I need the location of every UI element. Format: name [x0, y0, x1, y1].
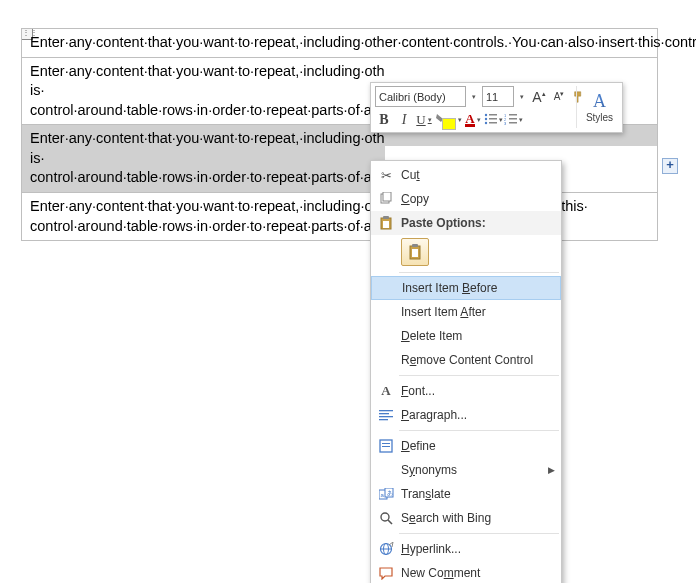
svg-point-4	[485, 122, 487, 124]
paragraph-text: Enter·any·content·that·you·want·to·repea…	[30, 198, 402, 214]
menu-translate[interactable]: aあ Translate	[371, 482, 561, 506]
font-name-select[interactable]: Calibri (Body)	[375, 86, 466, 107]
svg-rect-1	[489, 114, 497, 116]
paste-keep-formatting-button[interactable]	[401, 238, 429, 266]
hyperlink-icon	[375, 539, 397, 559]
define-icon	[375, 436, 397, 456]
chevron-right-icon: ▶	[548, 465, 555, 475]
font-size-value: 11	[486, 91, 498, 103]
menu-remove-content-control[interactable]: Remove Content Control	[371, 348, 561, 372]
add-item-button[interactable]: +	[662, 158, 678, 174]
chevron-down-icon[interactable]: ▾	[468, 93, 480, 101]
paragraph-text: Enter·any·content·that·you·want·to·repea…	[30, 34, 696, 50]
svg-rect-7	[509, 114, 517, 116]
menu-search-bing[interactable]: Search with Bing	[371, 506, 561, 530]
styles-label: Styles	[586, 112, 613, 123]
svg-rect-23	[379, 419, 388, 420]
svg-rect-19	[412, 249, 418, 257]
svg-line-32	[388, 520, 392, 524]
styles-button[interactable]: A Styles	[576, 86, 618, 128]
svg-rect-16	[383, 221, 389, 228]
copy-icon	[375, 189, 397, 209]
svg-rect-20	[379, 410, 393, 411]
svg-point-2	[485, 118, 487, 120]
svg-rect-25	[382, 443, 390, 444]
svg-rect-18	[412, 244, 418, 247]
paste-options-row	[371, 235, 561, 269]
shrink-font-button[interactable]: A▾	[550, 87, 568, 107]
italic-button[interactable]: I	[395, 110, 413, 130]
cut-icon: ✂	[375, 165, 397, 185]
styles-icon: A	[593, 91, 606, 112]
font-name-value: Calibri (Body)	[379, 91, 446, 103]
paragraph-text: control·around·table·rows·in·order·to·re…	[30, 102, 388, 118]
bullets-button[interactable]	[484, 110, 502, 130]
underline-button[interactable]: U	[415, 110, 433, 130]
menu-insert-item-after[interactable]: Insert Item After	[371, 300, 561, 324]
svg-rect-13	[383, 192, 391, 201]
menu-define[interactable]: Define	[371, 434, 561, 458]
svg-rect-5	[489, 122, 497, 124]
translate-icon: aあ	[375, 484, 397, 504]
number-list-icon: 123	[504, 113, 517, 127]
paragraph-text: is·	[30, 150, 45, 166]
clipboard-icon	[408, 244, 422, 260]
svg-rect-26	[382, 446, 390, 447]
menu-paragraph[interactable]: Paragraph...	[371, 403, 561, 427]
paste-icon	[375, 213, 397, 233]
svg-point-0	[485, 114, 487, 116]
svg-rect-3	[489, 118, 497, 120]
svg-text:あ: あ	[387, 490, 393, 497]
search-icon	[375, 508, 397, 528]
menu-hyperlink[interactable]: Hyperlink...	[371, 537, 561, 561]
paragraph-text: control·around·table·rows·in·order·to·re…	[30, 169, 419, 185]
menu-paste-options-header: Paste Options:	[371, 211, 561, 235]
chevron-down-icon[interactable]: ▾	[516, 93, 528, 101]
font-icon: A	[375, 381, 397, 401]
bullet-list-icon	[484, 113, 497, 127]
menu-cut[interactable]: ✂ Cut	[371, 163, 561, 187]
menu-delete-item[interactable]: Delete Item	[371, 324, 561, 348]
menu-insert-item-before[interactable]: Insert Item Before	[371, 276, 561, 300]
paragraph-text: control·around·table·rows·in·order·to·re…	[30, 218, 388, 234]
svg-rect-21	[379, 413, 389, 414]
comment-icon	[375, 563, 397, 583]
mini-toolbar: Calibri (Body) ▾ 11 ▾ A▴ A▾ B I U A	[370, 82, 623, 133]
svg-point-31	[381, 513, 389, 521]
numbering-button[interactable]: 123	[504, 110, 522, 130]
bold-button[interactable]: B	[375, 110, 393, 130]
menu-font[interactable]: A Font...	[371, 379, 561, 403]
font-color-button[interactable]: A	[464, 110, 482, 130]
paragraph-text: Enter·any·content·that·you·want·to·repea…	[30, 130, 385, 146]
menu-separator	[399, 430, 559, 431]
menu-separator	[399, 533, 559, 534]
grow-font-button[interactable]: A▴	[530, 87, 548, 107]
paragraph-icon	[375, 405, 397, 425]
paragraph-text: is·	[30, 82, 45, 98]
highlight-button[interactable]	[435, 110, 462, 130]
menu-synonyms[interactable]: Synonyms ▶	[371, 458, 561, 482]
menu-copy[interactable]: Copy	[371, 187, 561, 211]
table-row[interactable]: Enter·any·content·that·you·want·to·repea…	[22, 29, 657, 58]
paragraph-text: Enter·any·content·that·you·want·to·repea…	[30, 63, 385, 79]
context-menu: ✂ Cut Copy Paste Options: Insert Item Be…	[370, 160, 562, 583]
repeating-content-table: Enter·any·content·that·you·want·to·repea…	[21, 28, 658, 241]
svg-rect-15	[383, 216, 389, 219]
menu-new-comment[interactable]: New Comment	[371, 561, 561, 583]
font-size-select[interactable]: 11	[482, 86, 514, 107]
menu-separator	[399, 375, 559, 376]
svg-rect-9	[509, 118, 517, 120]
menu-separator	[399, 272, 559, 273]
svg-text:3: 3	[504, 121, 507, 125]
paste-options-label: Paste Options:	[397, 216, 555, 230]
svg-rect-22	[379, 416, 393, 417]
svg-rect-11	[509, 122, 517, 124]
